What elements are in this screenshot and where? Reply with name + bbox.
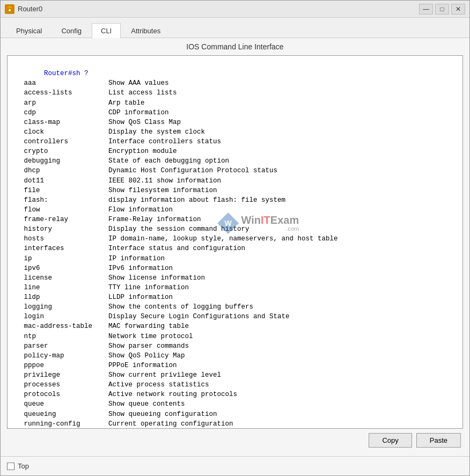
tab-bar: Physical Config CLI Attributes [1,18,469,38]
tab-attributes[interactable]: Attributes [122,23,170,38]
maximize-button[interactable]: □ [435,4,449,14]
paste-button[interactable]: Paste [416,433,461,448]
window-controls: — □ ✕ [419,4,465,14]
tab-cli[interactable]: CLI [92,23,121,38]
svg-marker-1 [6,5,13,8]
content-area: IOS Command Line Interface Router#sh ? a… [1,38,469,456]
main-window: Router0 — □ ✕ Physical Config CLI Attrib… [0,0,470,476]
copy-button[interactable]: Copy [369,433,412,448]
top-checkbox-label: Top [18,462,29,470]
window-title: Router0 [18,5,419,13]
title-bar: Router0 — □ ✕ [1,1,469,18]
tab-physical[interactable]: Physical [7,23,51,38]
bottom-bar: Top [1,456,469,475]
terminal-output[interactable]: Router#sh ? aaa Show AAA values access-l… [8,56,462,428]
top-checkbox-container[interactable]: Top [7,462,29,470]
tab-config[interactable]: Config [52,23,91,38]
app-icon [5,4,14,14]
button-bar: Copy Paste [7,429,463,452]
minimize-button[interactable]: — [419,4,433,14]
section-title: IOS Command Line Interface [7,42,463,51]
terminal-container: Router#sh ? aaa Show AAA values access-l… [7,55,463,429]
svg-point-2 [9,9,11,11]
close-button[interactable]: ✕ [451,4,465,14]
top-checkbox[interactable] [7,463,14,470]
